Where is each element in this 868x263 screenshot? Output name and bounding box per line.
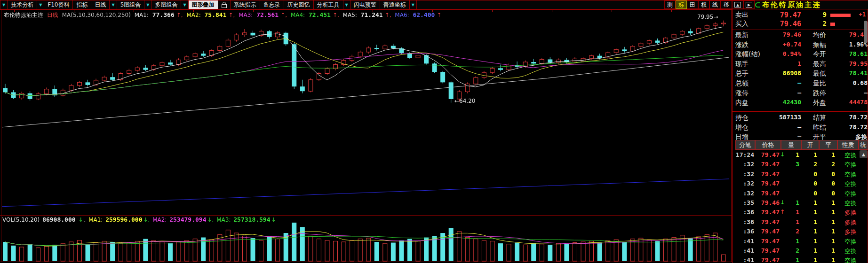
- tick-row[interactable]: :3679.47111多换: [733, 218, 868, 228]
- quote-panel: 卖出 79.47 9 +1 买入 79.46 2 最新79.46均价79.48涨…: [732, 9, 868, 263]
- tick-row[interactable]: :3279.4700空换: [733, 180, 868, 189]
- divider: [733, 111, 868, 112]
- ma-label: MA4:: [289, 12, 307, 18]
- toolbar-item-系统指示[interactable]: 系统指示: [231, 0, 260, 9]
- tool-button-移[interactable]: 移: [721, 0, 732, 9]
- tick-col-header[interactable]: 开: [801, 140, 819, 150]
- tick-volume: 1: [782, 199, 799, 206]
- tool-button-测[interactable]: 测: [664, 0, 676, 9]
- tick-list-scroll-up-icon[interactable]: ▲: [860, 150, 868, 158]
- tick-col-header[interactable]: 价格: [755, 140, 781, 150]
- tick-time: :41: [733, 238, 754, 245]
- ma-value: 62.400: [413, 11, 435, 18]
- toolbar-item-多图组合[interactable]: 多图组合: [151, 0, 181, 9]
- tick-col-header[interactable]: 平: [819, 140, 837, 150]
- quote-value: +0.74: [760, 41, 801, 48]
- arrow-up-icon: ↑,: [176, 12, 183, 18]
- tool-button-权[interactable]: 权: [698, 0, 709, 9]
- tick-close: 1: [818, 209, 835, 216]
- dropdown-arrow-icon[interactable]: ▼: [0, 0, 8, 9]
- tick-open: 0: [800, 180, 817, 187]
- tick-open: 1: [800, 218, 817, 225]
- lock-icon[interactable]: [218, 0, 231, 9]
- arrow-up-icon: ↑,: [333, 12, 339, 18]
- buy-depth-row[interactable]: 买入 79.46 2: [733, 20, 868, 29]
- dropdown-arrow-icon[interactable]: ▼: [410, 0, 417, 9]
- toolbar-item-备忘录[interactable]: 备忘录: [260, 0, 284, 9]
- tick-row[interactable]: :4179.47211空换: [733, 247, 868, 256]
- tool-button-线[interactable]: 线: [709, 0, 721, 9]
- tool-button-标[interactable]: 标: [676, 0, 687, 9]
- toolbar-item-普通坐标[interactable]: 普通坐标: [380, 0, 410, 9]
- ma-label: MA5:: [341, 12, 359, 18]
- tick-time: :36: [733, 228, 754, 235]
- tick-open: 1: [800, 256, 817, 263]
- tick-open: 1: [800, 228, 817, 235]
- tick-open: 0: [800, 170, 817, 178]
- tick-row[interactable]: :3279.47322空换: [733, 161, 868, 170]
- toolbar-item-历史回忆[interactable]: 历史回忆: [284, 0, 314, 9]
- sell-depth-row[interactable]: 卖出 79.47 9 +1: [733, 11, 868, 20]
- dropdown-arrow-icon[interactable]: ▼: [110, 0, 117, 9]
- tick-row[interactable]: :4179.47111空换: [733, 256, 868, 263]
- tick-nature: 多换: [838, 228, 857, 236]
- quote-value: 0.94%: [760, 50, 801, 57]
- tool-button-田[interactable]: 田: [687, 0, 698, 9]
- dropdown-arrow-icon[interactable]: ▼: [181, 0, 188, 9]
- buy-price: 79.46: [761, 20, 801, 28]
- vol-ma-label: MA3:: [215, 217, 232, 223]
- toolbar-item-闪电预警[interactable]: 闪电预警: [350, 0, 380, 9]
- tick-row[interactable]: :3279.4700空换: [733, 190, 868, 199]
- tick-volume: 1: [782, 256, 799, 263]
- tick-price: 79.47: [755, 238, 780, 245]
- tick-close: 0: [818, 180, 835, 187]
- quote-value: 78.72: [826, 114, 868, 121]
- tick-close: 1: [818, 247, 835, 254]
- instrument-icon: [755, 2, 760, 8]
- tick-row[interactable]: :3579.46↓111空换: [733, 199, 868, 209]
- trading-terminal: ▼技术分析▼F10资料指标日线▼5图组合▼多图组合▼图形叠加系统指示备忘录历史回…: [0, 0, 868, 263]
- quote-row: 涨跌+0.74振幅1.96%: [733, 41, 868, 50]
- quote-value: –: [760, 89, 801, 96]
- panel-scrollbar-thumb[interactable]: [864, 21, 868, 43]
- ma-label: MA3:: [237, 12, 255, 18]
- arrow-up-icon: ↑,: [280, 12, 287, 18]
- dropdown-arrow-icon[interactable]: ▼: [144, 0, 151, 9]
- tick-price: 79.47: [755, 218, 780, 225]
- toolbar-item-图形叠加[interactable]: 图形叠加: [189, 0, 218, 9]
- toolbar-item-分析工具[interactable]: 分析工具: [314, 0, 343, 9]
- tick-close: 1: [818, 218, 835, 225]
- quote-label: 增仓: [735, 124, 749, 132]
- tick-row[interactable]: :4179.47111空换: [733, 238, 868, 247]
- tick-col-header[interactable]: 性质: [837, 140, 859, 150]
- toolbar-item-指标[interactable]: 指标: [73, 0, 91, 9]
- tick-open: 2: [800, 161, 817, 168]
- quote-value: 86908: [760, 70, 801, 77]
- tick-time: :32: [733, 161, 754, 168]
- tick-close: 1: [818, 238, 835, 245]
- chart-period-label[interactable]: 日线: [47, 12, 58, 18]
- tick-row[interactable]: :3679.47211多换: [733, 228, 868, 237]
- tick-row[interactable]: 17:2479.47↓111空换: [733, 151, 868, 161]
- sell-price: 79.47: [761, 11, 801, 19]
- window-button-icon[interactable]: ▲: [732, 0, 743, 9]
- toolbar-item-F10资料[interactable]: F10资料: [44, 0, 73, 9]
- toolbar-item-技术分析[interactable]: 技术分析: [8, 0, 37, 9]
- quote-value: 587133: [760, 114, 801, 121]
- toolbar-item-5图组合[interactable]: 5图组合: [117, 0, 145, 9]
- dropdown-arrow-icon[interactable]: ▼: [37, 0, 44, 9]
- tick-table-header: 分笔价格量开平性质统: [733, 140, 868, 150]
- chart-instrument-name: 布伦特原油主连: [4, 12, 43, 18]
- dropdown-arrow-icon[interactable]: ▼: [343, 0, 350, 9]
- vol-ma-label: MA1:: [88, 217, 104, 223]
- quote-value: 79.48: [826, 31, 868, 38]
- tick-col-header[interactable]: 量: [781, 140, 801, 150]
- window-button-icon[interactable]: ▶: [743, 0, 755, 9]
- tick-col-header[interactable]: 统: [859, 140, 868, 150]
- toolbar-item-日线[interactable]: 日线: [91, 0, 110, 9]
- tick-col-header[interactable]: 分笔: [735, 140, 755, 150]
- candlestick-chart[interactable]: [0, 9, 732, 263]
- tick-row[interactable]: :3279.4700空换: [733, 170, 868, 180]
- ma-label: MA2:: [185, 12, 203, 18]
- tick-row[interactable]: :3679.47↑111多换: [733, 209, 868, 218]
